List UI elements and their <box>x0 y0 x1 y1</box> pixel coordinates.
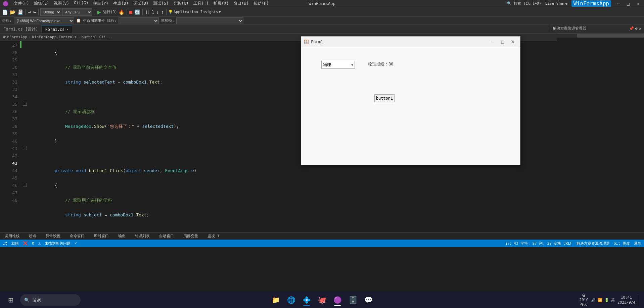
tab-form1-design[interactable]: Form1.cs [设计] <box>0 25 42 33</box>
tab-command[interactable]: 命令窗口 <box>68 233 87 239</box>
sol-close-icon[interactable]: ✕ <box>639 26 641 31</box>
collapse-46[interactable]: − <box>23 183 27 187</box>
toolbar-icon-open[interactable]: 📂 <box>9 9 16 15</box>
menu-debug[interactable]: 调试(D) <box>132 1 150 6</box>
taskbar-search[interactable]: 🔍 搜索 <box>20 294 81 306</box>
tab-immediate[interactable]: 即时窗口 <box>92 233 111 239</box>
menu-extensions[interactable]: 扩展(X) <box>212 1 230 6</box>
lifecycle-text[interactable]: 生命周期事件 <box>83 18 105 23</box>
form1-minimize-btn[interactable]: ─ <box>488 38 497 46</box>
properties-status[interactable]: 属性 <box>634 241 641 246</box>
minimize-btn[interactable]: ─ <box>615 1 621 7</box>
menu-project[interactable]: 项目(P) <box>92 1 110 6</box>
toolbar-redo[interactable]: ↪ <box>32 9 36 15</box>
taskbar-vscode[interactable]: 💠 <box>300 293 313 307</box>
tray-icon-3[interactable]: 🔋 <box>604 298 609 302</box>
collapse-41[interactable]: − <box>23 146 27 150</box>
menu-test[interactable]: 测试(S) <box>152 1 170 6</box>
pause-btn[interactable]: ⏸ <box>144 9 150 15</box>
breadcrumb-method[interactable]: button1_Cli... <box>82 35 113 39</box>
form1-button1[interactable]: button1 <box>374 94 395 102</box>
toolbar-icon-save[interactable]: 💾 <box>17 9 24 15</box>
taskbar-teams[interactable]: 💬 <box>362 293 375 307</box>
thread-dropdown[interactable] <box>119 17 159 24</box>
tab-locals[interactable]: 局部变量 <box>181 233 200 239</box>
weather-widget[interactable]: 🌤 29°C 多云 <box>580 293 589 307</box>
account-icon[interactable]: WinFormsApp <box>571 0 611 7</box>
taskbar-db[interactable]: 🗄️ <box>346 293 360 307</box>
system-tray: 🔊 📶 🔋 英 <box>591 298 615 303</box>
error-icon[interactable]: ❌ <box>23 241 28 246</box>
stop-btn[interactable]: ■ <box>129 9 133 15</box>
menu-help[interactable]: 帮助(H) <box>252 1 270 6</box>
sol-settings-icon[interactable]: ⚙ <box>635 26 638 31</box>
tray-icon-1[interactable]: 🔊 <box>591 298 596 302</box>
solution-explorer-title: 解决方案资源管理器 <box>553 26 586 31</box>
lang-indicator[interactable]: 英 <box>611 298 615 303</box>
restart-btn[interactable]: 🔄 <box>134 9 141 15</box>
breadcrumb-project[interactable]: WinFormsApp <box>3 35 27 39</box>
search-box[interactable]: 🔍 搜索 (Ctrl+Q) <box>507 1 541 6</box>
tab-close-icon[interactable]: ✕ <box>66 28 68 31</box>
step-into-btn[interactable]: ↓ <box>155 9 159 15</box>
solution-explorer: 解决方案资源管理器 📌 ⚙ ✕ <box>550 25 644 32</box>
tab-watch[interactable]: 监视 1 <box>205 233 221 239</box>
start-button[interactable]: ⊞ <box>4 293 17 307</box>
menu-file[interactable]: 文件(F) <box>12 1 31 6</box>
sol-explorer-status[interactable]: 解决方案资源管理器 <box>577 241 610 246</box>
tab-label-design: Form1.cs [设计] <box>3 27 38 32</box>
menu-edit[interactable]: 编辑(E) <box>33 1 51 6</box>
status-bar-left: ⎇ 就绪 ❌ 0 ⚠ 未找到相关问题 ✓ <box>3 241 77 246</box>
menu-view[interactable]: 视图(V) <box>52 1 71 6</box>
show-desktop[interactable] <box>638 294 640 306</box>
tab-errors[interactable]: 错误列表 <box>133 233 152 239</box>
form1-maximize-btn[interactable]: □ <box>498 38 507 46</box>
cpu-dropdown[interactable]: Any CPU <box>62 8 92 16</box>
live-share-btn[interactable]: Live Share <box>545 1 567 6</box>
menu-analyze[interactable]: 分析(N) <box>172 1 190 6</box>
menu-build[interactable]: 生成(B) <box>112 1 130 6</box>
tray-icon-2[interactable]: 📶 <box>598 298 602 302</box>
tab-breakpoints[interactable]: 断点 <box>27 233 38 239</box>
hot-reload-icon[interactable]: 🔥 <box>118 9 125 15</box>
solution-explorer-header: 解决方案资源管理器 📌 ⚙ ✕ <box>550 25 644 32</box>
check-icon[interactable]: ✓ <box>75 241 77 246</box>
sol-pin-icon[interactable]: 📌 <box>629 26 634 31</box>
taskbar-github[interactable]: 🐙 <box>315 293 329 307</box>
tab-auto[interactable]: 自动窗口 <box>157 233 176 239</box>
form1-close-btn[interactable]: ✕ <box>508 38 517 46</box>
process-dropdown[interactable]: [14880] WinFormsApp.exe <box>14 17 74 24</box>
toolbar-icon-new[interactable]: 📄 <box>1 9 8 15</box>
run-label[interactable]: 运行(R) <box>103 9 117 14</box>
collapse-35[interactable]: − <box>23 102 27 106</box>
toolbar-undo[interactable]: ↩ <box>28 9 32 15</box>
step-out-btn[interactable]: ↑ <box>160 9 165 15</box>
toolbar: 📄 📂 💾 ↩ ↪ Debug Any CPU ▶ 运行(R) 🔥 ■ 🔄 ⏸ … <box>0 7 644 17</box>
form1-combo[interactable]: 物理 ▼ <box>321 61 355 69</box>
taskbar-explorer[interactable]: 📁 <box>269 293 282 307</box>
windows-icon: ⊞ <box>8 296 14 304</box>
menu-tools[interactable]: 工具(T) <box>192 1 210 6</box>
menu-window[interactable]: 窗口(W) <box>232 1 250 6</box>
tab-form1-cs[interactable]: Form1.cs ✕ <box>42 25 72 33</box>
close-btn[interactable]: ✕ <box>635 1 641 7</box>
horizontal-scrollbar[interactable] <box>557 34 644 38</box>
stack-dropdown[interactable] <box>176 17 243 24</box>
insights-dropdown[interactable]: ▼ <box>219 10 221 14</box>
breadcrumb-controls[interactable]: WinFormsApp.Controls <box>32 35 76 39</box>
tab-output[interactable]: 输出 <box>116 233 128 239</box>
git-changes-status[interactable]: Git 更改 <box>614 241 630 246</box>
app-insights-label[interactable]: Application Insights <box>174 10 218 14</box>
step-over-btn[interactable]: ⤵ <box>151 9 155 15</box>
tab-exceptions[interactable]: 异常设置 <box>44 233 62 239</box>
menu-git[interactable]: Git(G) <box>73 1 90 6</box>
taskbar-vs[interactable]: 🟣 <box>331 293 344 307</box>
position-info: 行: 43 字符: 27 列: 29 空格 CRLF <box>506 241 572 246</box>
run-btn[interactable]: ▶ <box>96 8 102 15</box>
maximize-btn[interactable]: □ <box>625 1 631 7</box>
debug-config-dropdown[interactable]: Debug <box>40 8 61 16</box>
toolbar-sep-6 <box>166 9 167 15</box>
tab-call-stack[interactable]: 调用堆栈 <box>3 233 21 239</box>
taskbar-edge[interactable]: 🌐 <box>284 293 298 307</box>
clock[interactable]: 10:41 2023/9/4 <box>617 295 635 305</box>
